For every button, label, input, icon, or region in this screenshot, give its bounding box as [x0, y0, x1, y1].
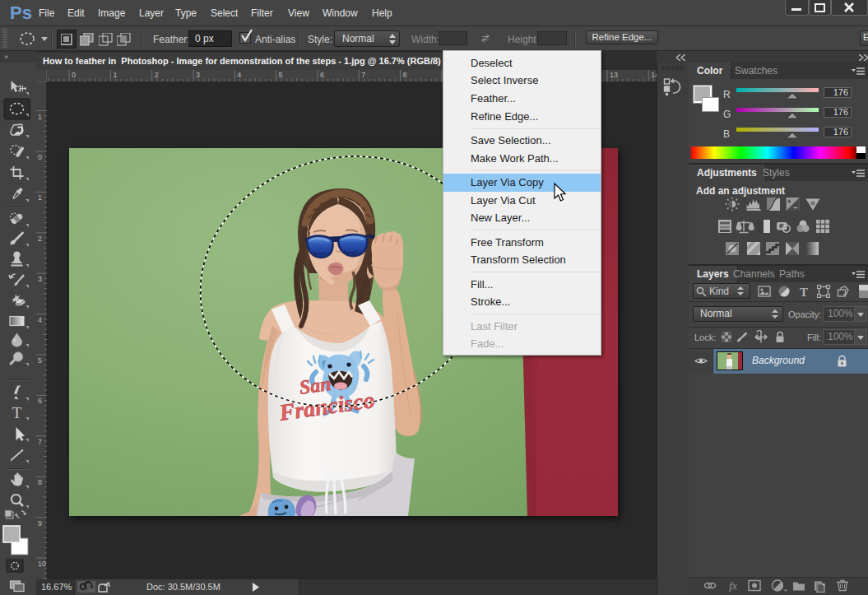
- svg-text:0: 0: [38, 153, 42, 161]
- svg-text:7: 7: [38, 438, 42, 446]
- svg-text:T: T: [800, 286, 808, 299]
- svg-text:8: 8: [38, 478, 42, 486]
- svg-text:10: 10: [38, 560, 46, 568]
- svg-text:7: 7: [361, 71, 365, 79]
- svg-text:fx: fx: [729, 579, 737, 592]
- svg-text:6: 6: [38, 397, 42, 405]
- svg-text:0: 0: [72, 71, 76, 79]
- svg-text:2: 2: [155, 71, 159, 79]
- svg-text:3: 3: [196, 71, 200, 79]
- svg-text:4: 4: [38, 316, 42, 324]
- svg-text:6: 6: [320, 71, 324, 79]
- svg-text:9: 9: [38, 519, 42, 528]
- svg-text:3: 3: [38, 275, 42, 283]
- svg-text:8: 8: [403, 71, 407, 79]
- svg-text:13: 13: [610, 71, 618, 79]
- svg-text:4: 4: [237, 71, 241, 79]
- svg-text:5: 5: [38, 356, 42, 365]
- svg-text:14: 14: [651, 71, 657, 79]
- svg-text:2: 2: [38, 235, 42, 243]
- svg-text:1: 1: [113, 71, 117, 79]
- svg-text:5: 5: [279, 71, 283, 79]
- svg-text:1: 1: [38, 113, 42, 121]
- svg-text:T: T: [12, 404, 22, 421]
- svg-text:1: 1: [38, 193, 42, 202]
